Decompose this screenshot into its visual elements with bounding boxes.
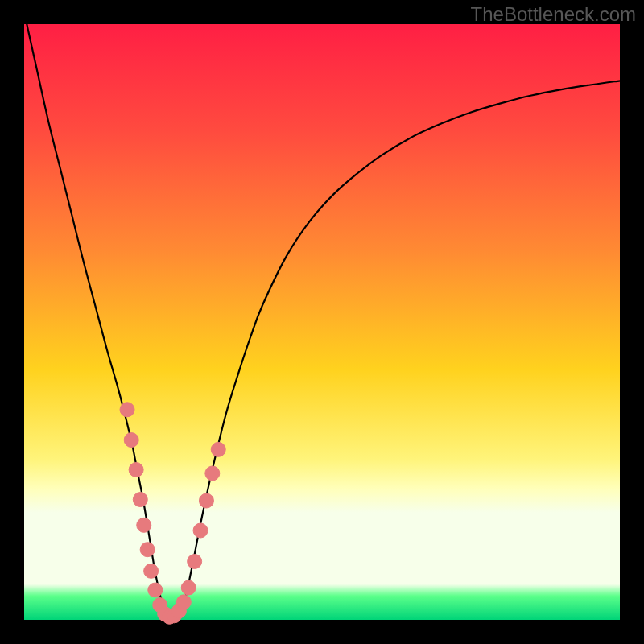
marker-group xyxy=(120,402,225,625)
curve-marker xyxy=(144,564,159,578)
curve-marker xyxy=(199,493,213,508)
curve-marker xyxy=(137,518,151,532)
curve-marker xyxy=(188,554,202,568)
curve-marker xyxy=(120,402,134,417)
curve-marker xyxy=(193,523,208,538)
curve-marker xyxy=(211,442,225,456)
curve-marker xyxy=(181,580,196,595)
curve-marker xyxy=(176,595,191,609)
outer-frame: TheBottleneck.com xyxy=(0,0,644,644)
curve-marker xyxy=(133,493,147,507)
watermark-text: TheBottleneck.com xyxy=(471,3,636,26)
curve-marker xyxy=(148,583,163,597)
bottleneck-curve xyxy=(24,12,620,617)
curve-marker xyxy=(129,463,143,477)
chart-svg xyxy=(24,24,620,620)
curve-marker xyxy=(124,433,138,448)
curve-marker xyxy=(205,466,220,481)
curve-marker xyxy=(140,543,155,557)
